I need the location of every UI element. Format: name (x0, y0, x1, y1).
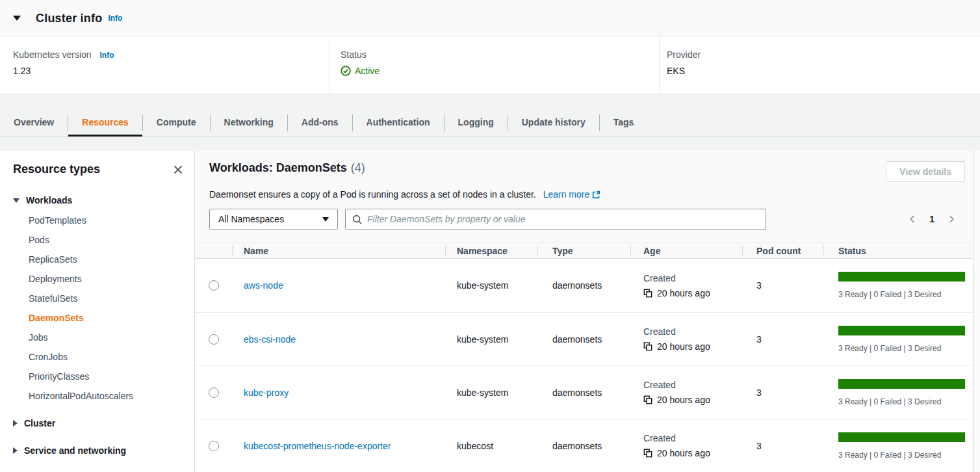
namespace-cell: kubecost (445, 441, 537, 451)
search-icon (352, 215, 362, 224)
daemonset-name-link[interactable]: ebs-csi-node (244, 334, 296, 345)
age-cell: Created 20 hours ago (643, 380, 742, 405)
pod-count-cell: 3 (742, 334, 823, 345)
tab-overview[interactable]: Overview (0, 109, 68, 136)
status-summary: 3 Ready | 0 Failed | 3 Desired (838, 344, 965, 353)
copy-icon (643, 449, 652, 458)
age-cell: Created 20 hours ago (643, 326, 742, 352)
learn-more-link[interactable]: Learn more (543, 189, 601, 200)
sidebar-item-cronjobs[interactable]: CronJobs (29, 347, 185, 367)
table-body: aws-node kube-system daemonsets Created … (195, 259, 973, 472)
status-cell: 3 Ready | 0 Failed | 3 Desired (838, 379, 965, 406)
resources-panel: Resource types Workloads PodTemplates Po… (0, 151, 980, 472)
daemonset-name-link[interactable]: kubecost-prometheus-node-exporter (244, 441, 391, 451)
sidebar-item-replicasets[interactable]: ReplicaSets (29, 250, 185, 269)
caret-down-icon (13, 198, 19, 203)
daemonset-filter-box (345, 209, 766, 229)
cluster-info-info-link[interactable]: Info (108, 14, 122, 23)
copy-icon (643, 395, 652, 404)
chevron-down-icon (322, 217, 329, 222)
cluster-info-body: Kubernetes version Info 1.23 Status Acti… (0, 37, 980, 93)
sidebar-item-horizontalpodautoscalers[interactable]: HorizontalPodAutoscalers (29, 386, 185, 406)
scrollbar-track[interactable] (973, 151, 980, 472)
column-header-pod-count[interactable]: Pod count (742, 243, 823, 258)
sidebar-item-statefulsets[interactable]: StatefulSets (29, 289, 185, 308)
row-count-badge: (4) (351, 161, 365, 174)
copy-icon (643, 342, 652, 351)
type-cell: daemonsets (537, 441, 630, 451)
sidebar-group-service-and-networking[interactable]: Service and networking (13, 441, 185, 460)
pod-count-cell: 3 (742, 441, 823, 451)
close-icon[interactable] (172, 163, 185, 176)
provider-label: Provider (667, 49, 980, 60)
daemonsets-content: Workloads: DaemonSets(4) View details Da… (195, 151, 973, 472)
status-label: Status (341, 49, 659, 60)
external-link-icon (592, 190, 600, 199)
sidebar-title: Resource types (13, 163, 100, 176)
chevron-left-icon[interactable] (907, 213, 918, 225)
tab-add-ons[interactable]: Add-ons (288, 109, 352, 136)
caret-down-icon (13, 16, 21, 21)
tab-update-history[interactable]: Update history (508, 109, 599, 136)
row-select-radio[interactable] (209, 334, 219, 345)
status-cell: 3 Ready | 0 Failed | 3 Desired (838, 432, 965, 460)
current-page-number[interactable]: 1 (929, 214, 935, 224)
column-header-status[interactable]: Status (823, 243, 973, 258)
column-header-type[interactable]: Type (537, 243, 630, 258)
sidebar-group-cluster[interactable]: Cluster (13, 413, 185, 433)
table-row: kubecost-prometheus-node-exporter kubeco… (195, 419, 973, 472)
namespace-select[interactable]: All Namespaces (209, 209, 338, 229)
caret-right-icon (13, 420, 18, 426)
age-cell: Created 20 hours ago (643, 273, 742, 298)
daemonset-name-link[interactable]: kube-proxy (244, 387, 289, 398)
age-cell: Created 20 hours ago (643, 433, 742, 458)
provider-value: EKS (667, 66, 980, 76)
kubernetes-version-value: 1.23 (13, 66, 329, 76)
type-cell: daemonsets (537, 387, 630, 398)
table-row: ebs-csi-node kube-system daemonsets Crea… (195, 312, 973, 365)
sidebar-item-jobs[interactable]: Jobs (29, 328, 185, 347)
status-text: Active (355, 66, 380, 76)
table-row: kube-proxy kube-system daemonsets Create… (195, 365, 973, 419)
sidebar-item-pods[interactable]: Pods (29, 230, 185, 250)
column-header-age[interactable]: Age (630, 243, 742, 258)
copy-icon (643, 289, 652, 298)
kubernetes-version-field: Kubernetes version Info 1.23 (0, 37, 329, 93)
column-header-name[interactable]: Name (232, 243, 445, 258)
sidebar-item-podtemplates[interactable]: PodTemplates (29, 211, 185, 230)
row-select-radio[interactable] (209, 387, 219, 398)
tab-tags[interactable]: Tags (600, 109, 648, 136)
cluster-info-card: Cluster info Info Kubernetes version Inf… (0, 0, 980, 93)
type-cell: daemonsets (537, 334, 630, 345)
caret-right-icon (13, 447, 18, 454)
daemonset-name-link[interactable]: aws-node (244, 280, 283, 291)
cluster-info-header[interactable]: Cluster info Info (0, 0, 980, 37)
tab-networking[interactable]: Networking (211, 109, 287, 136)
status-cell: 3 Ready | 0 Failed | 3 Desired (838, 326, 965, 353)
sidebar-item-deployments[interactable]: Deployments (29, 269, 185, 289)
tab-resources[interactable]: Resources (68, 109, 142, 136)
status-value: Active (341, 66, 659, 76)
column-header-namespace[interactable]: Namespace (445, 243, 537, 258)
table-row: aws-node kube-system daemonsets Created … (195, 259, 973, 312)
view-details-button[interactable]: View details (886, 161, 965, 182)
pod-count-cell: 3 (742, 387, 823, 398)
tab-authentication[interactable]: Authentication (353, 109, 444, 136)
namespace-cell: kube-system (445, 334, 537, 345)
status-progress-bar (838, 379, 965, 389)
row-select-radio[interactable] (209, 441, 219, 451)
daemonset-filter-input[interactable] (367, 214, 759, 224)
sidebar-item-daemonsets[interactable]: DaemonSets (29, 308, 185, 328)
pod-count-cell: 3 (742, 280, 823, 291)
tab-logging[interactable]: Logging (445, 109, 508, 136)
status-cell: 3 Ready | 0 Failed | 3 Desired (838, 272, 965, 299)
status-progress-bar (838, 272, 965, 282)
kubernetes-version-info-link[interactable]: Info (100, 51, 114, 60)
status-progress-bar (838, 326, 965, 335)
chevron-right-icon[interactable] (946, 213, 957, 225)
row-select-radio[interactable] (209, 280, 219, 291)
tab-compute[interactable]: Compute (143, 109, 210, 136)
status-progress-bar (838, 432, 965, 442)
sidebar-group-workloads[interactable]: Workloads (13, 190, 185, 210)
sidebar-item-priorityclasses[interactable]: PriorityClasses (29, 367, 185, 386)
